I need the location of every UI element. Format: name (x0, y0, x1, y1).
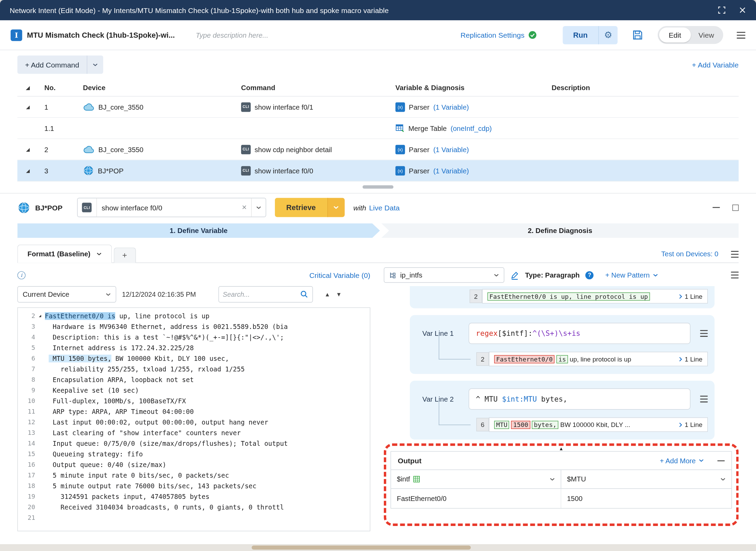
parser-variable-link[interactable]: (1 Variable) (433, 167, 469, 175)
globe-device-icon (83, 165, 94, 176)
code-editor[interactable]: 2◢FastEthernet0/0 is up, line protocol i… (17, 307, 370, 531)
search-next-icon[interactable]: ▼ (336, 291, 342, 298)
work-area: i Critical Variable (0) Current Device 1… (17, 267, 739, 531)
cli-icon: CLI (241, 166, 251, 175)
output-header: Output + Add More (391, 452, 731, 470)
network-intent-window: Network Intent (Edit Mode) - My Intents/… (0, 0, 756, 544)
row-expand-icon[interactable]: ◢ (26, 147, 45, 152)
replication-settings-link[interactable]: Replication Settings (461, 31, 525, 39)
run-button[interactable]: Run (563, 26, 598, 44)
var-line-1-regex-input[interactable]: regex[$intf]:^(\S+)\s+is (469, 323, 691, 344)
code-line: 8 Encapsulation ARPA, loopback not set (18, 375, 370, 385)
merge-table-link[interactable]: (oneIntf_cdp) (451, 124, 492, 132)
output-column-mtu[interactable]: $MTU (561, 470, 731, 489)
var-line-2-card: Var Line 2 ^ MTU $int:MTU bytes, 6 MTU 1… (410, 381, 715, 440)
output-intf-value: FastEthernet0/0 (391, 489, 561, 508)
code-line: 14 Input queue: 0/75/0/0 (size/max/drops… (18, 438, 370, 449)
code-line: 10 Full-duplex, 100Mb/s, 100BaseTX/FX (18, 396, 370, 406)
maximize-window-icon[interactable] (717, 6, 726, 14)
matched-literal-highlight: MTU (494, 420, 509, 429)
var-line-1-menu-icon[interactable] (700, 330, 708, 337)
add-variable-link[interactable]: + Add Variable (692, 61, 739, 69)
row-no: 2 (45, 146, 83, 154)
with-label: with (353, 204, 366, 212)
command-input[interactable] (97, 198, 238, 217)
row-expand-icon[interactable]: ◢ (26, 168, 45, 173)
header-menu-icon[interactable] (737, 32, 745, 38)
sample-line-number: 6 (476, 418, 489, 431)
test-on-devices-link[interactable]: Test on Devices: 0 (661, 250, 718, 258)
step-define-variable[interactable]: 1. Define Variable (17, 223, 380, 238)
check-circle-icon (528, 31, 537, 39)
table-row-1-1[interactable]: 1.1 Merge Table (oneIntf_cdp) (17, 118, 739, 139)
device-command-bar: BJ*POP CLI × Retrieve with Live Data (0, 194, 756, 222)
desktop-scrollbar (252, 546, 471, 550)
close-window-icon[interactable] (739, 6, 746, 14)
info-icon[interactable]: i (17, 271, 26, 279)
step-banner: 1. Define Variable 2. Define Diagnosis (17, 223, 739, 238)
tab-format1-baseline[interactable]: Format1 (Baseline) (17, 245, 112, 263)
maximize-pane-icon[interactable] (732, 204, 739, 210)
cloud-device-icon (83, 146, 94, 154)
variable-select[interactable]: ip_intfs (384, 267, 504, 283)
help-icon[interactable]: ? (585, 271, 594, 279)
live-data-link[interactable]: Live Data (369, 204, 400, 212)
add-command-chevron-icon[interactable] (87, 56, 103, 74)
one-line-link[interactable]: 1 Line (675, 421, 703, 428)
code-line: 16 Output queue: 0/40 (size/max) (18, 460, 370, 470)
var-line-2-row: Var Line 2 ^ MTU $int:MTU bytes, (417, 389, 708, 410)
save-icon[interactable] (632, 29, 643, 40)
var-line-2-label: Var Line 2 (417, 395, 463, 403)
command-dropdown-chevron-icon[interactable] (251, 198, 265, 217)
code-line: 12 Last input 00:00:02, output 00:00:00,… (18, 417, 370, 428)
table-row-2[interactable]: ◢ 2 BJ_core_3550 CLI show cdp neighbor d… (17, 139, 739, 160)
search-prev-icon[interactable]: ▲ (325, 291, 330, 298)
output-column-intf[interactable]: $intf (391, 470, 561, 489)
new-pattern-link[interactable]: + New Pattern (605, 271, 658, 279)
edit-variable-pencil-icon[interactable] (510, 270, 519, 280)
minimize-pane-icon[interactable] (713, 207, 720, 208)
parser-variable-link[interactable]: (1 Variable) (433, 146, 469, 154)
retrieve-button-group: Retrieve (275, 198, 344, 217)
description-input[interactable] (196, 31, 316, 39)
format-menu-icon[interactable] (731, 251, 739, 258)
add-more-link[interactable]: + Add More (660, 457, 704, 465)
cli-chip: CLI (77, 198, 97, 217)
table-row-1[interactable]: ◢ 1 BJ_core_3550 CLI show interface f0/1… (17, 97, 739, 118)
var-line-2-menu-icon[interactable] (700, 396, 708, 403)
add-command-button[interactable]: + Add Command (17, 56, 103, 74)
code-line: 3 Hardware is MV96340 Ethernet, address … (18, 321, 370, 332)
pattern-menu-icon[interactable] (731, 272, 739, 279)
row-diagnosis-cell: (x) Parser (1 Variable) (395, 145, 552, 154)
one-line-link[interactable]: 1 Line (675, 355, 703, 363)
var-line-2-regex-input[interactable]: ^ MTU $int:MTU bytes, (469, 389, 691, 410)
add-format-tab[interactable]: + (114, 247, 136, 263)
retrieve-button[interactable]: Retrieve (275, 198, 327, 217)
format-tab-row: Format1 (Baseline) + Test on Devices: 0 (17, 243, 739, 263)
edit-toggle[interactable]: Edit (659, 27, 691, 42)
parser-variable-link[interactable]: (1 Variable) (433, 103, 469, 111)
row-expand-icon[interactable]: ◢ (26, 104, 45, 109)
one-line-link[interactable]: 1 Line (675, 293, 703, 300)
device-source-select[interactable]: Current Device (17, 286, 116, 303)
table-row-3-selected[interactable]: ◢ 3 BJ*POP CLI show interface f0/0 (x) P… (17, 160, 739, 182)
row-no: 1.1 (45, 124, 83, 132)
view-toggle[interactable]: View (691, 27, 722, 42)
intent-header: I MTU Mismatch Check (1hub-1Spoke)-wi...… (0, 20, 756, 50)
clear-input-icon[interactable]: × (238, 198, 251, 217)
minimize-output-icon[interactable] (717, 460, 724, 461)
row-device-cell: BJ_core_3550 (83, 146, 241, 154)
step-define-diagnosis[interactable]: 2. Define Diagnosis (381, 223, 739, 238)
matched-literal-highlight: bytes, (532, 420, 558, 429)
retrieve-dropdown-chevron-icon[interactable] (327, 198, 345, 217)
collapse-output-icon[interactable]: ▲ (559, 446, 564, 451)
expand-all-icon[interactable]: ◢ (26, 85, 45, 90)
search-input[interactable] (223, 291, 300, 298)
scrollbar-thumb[interactable] (363, 185, 393, 189)
critical-variable-link[interactable]: Critical Variable (0) (309, 271, 370, 279)
command-table: ◢ No. Device Command Variable & Diagnosi… (17, 79, 739, 182)
run-settings-gear-icon[interactable]: ⚙ (598, 26, 617, 44)
var-line-1-row: Var Line 1 regex[$intf]:^(\S+)\s+is (417, 323, 708, 344)
search-icon[interactable] (300, 290, 308, 298)
output-data-row[interactable]: FastEthernet0/0 1500 (391, 489, 731, 508)
